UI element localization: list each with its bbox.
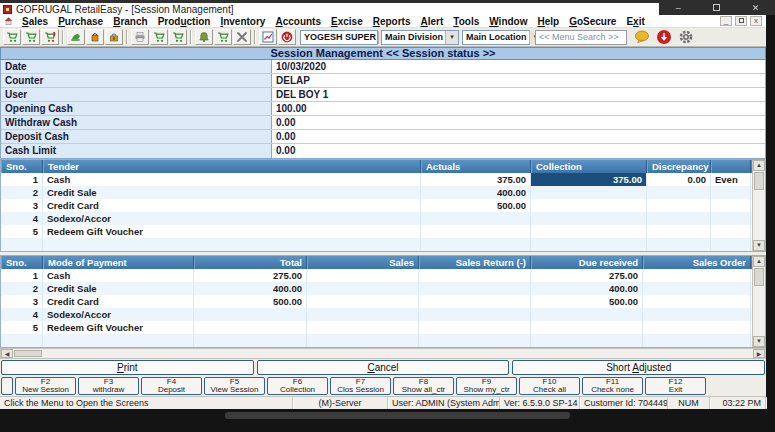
purchase-order-bag-icon[interactable] [105, 29, 123, 45]
menu-item-exit[interactable]: Exit [621, 16, 649, 27]
grid-cell[interactable] [419, 269, 531, 282]
menu-search-input[interactable] [535, 30, 627, 45]
grid-cell[interactable] [643, 295, 751, 308]
tender-grid-scrollbar[interactable]: ▲ ▼ [752, 160, 765, 251]
grid-cell[interactable]: 500.00 [194, 295, 307, 308]
grid-cell[interactable]: Sodexo/Accor [43, 212, 421, 225]
stock-bell-icon[interactable] [195, 29, 213, 45]
division-combo[interactable]: Main Division▼ [381, 30, 459, 45]
settings-gear-icon[interactable] [677, 29, 694, 46]
grid-cell[interactable] [647, 238, 711, 251]
grid-cell[interactable] [43, 238, 421, 251]
grid-cell[interactable]: 0.00 [647, 173, 711, 186]
grid-cell[interactable]: 375.00 [531, 173, 647, 186]
grid-cell[interactable] [531, 199, 647, 212]
fkey-f11-button[interactable]: F11Check none [582, 377, 643, 395]
grid-cell[interactable]: Cash [43, 173, 421, 186]
grid-cell[interactable] [307, 282, 419, 295]
field-value[interactable]: DEL BOY 1 [272, 88, 765, 101]
short-adjusted-button[interactable]: Short Adjusted [512, 360, 765, 375]
fkey-f4-button[interactable]: F4Deposit [141, 377, 202, 395]
grid-cell[interactable] [307, 308, 419, 321]
table-row[interactable]: 1Cash375.00375.000.00Even [1, 173, 765, 186]
restore-icon[interactable] [707, 2, 727, 14]
scroll-thumb[interactable] [754, 268, 764, 286]
grid-cell[interactable] [43, 334, 194, 347]
grid-cell[interactable] [421, 212, 531, 225]
grid-cell[interactable]: Even [711, 173, 751, 186]
table-row[interactable]: 4Sodexo/Accor [1, 212, 765, 225]
menu-item-production[interactable]: Production [153, 16, 216, 27]
grid-cell[interactable] [1, 334, 43, 347]
field-value[interactable]: 0.00 [272, 130, 765, 143]
table-row[interactable]: 3Credit Card500.00 [1, 199, 765, 212]
shutdown-power-icon[interactable] [278, 29, 296, 45]
grid-cell[interactable]: 2 [1, 282, 43, 295]
fkey-f5-button[interactable]: F5View Session [204, 377, 265, 395]
cancel-button[interactable]: Cancel [257, 360, 510, 375]
chat-bubble-icon[interactable] [633, 29, 650, 46]
grid-cell[interactable] [531, 186, 647, 199]
scroll-thumb[interactable] [14, 350, 42, 357]
horizontal-scrollbar[interactable]: ◀ ▶ [0, 348, 766, 359]
grid-cell[interactable] [711, 212, 751, 225]
grid-cell[interactable] [194, 321, 307, 334]
grid-cell[interactable] [711, 225, 751, 238]
sales-return-cart-icon[interactable] [150, 29, 168, 45]
grid-cell[interactable]: 500.00 [531, 295, 643, 308]
payment-grid-scrollbar[interactable]: ▲ ▼ [752, 256, 765, 347]
fkey-f12-button[interactable]: F12Exit [645, 377, 706, 395]
table-row[interactable]: 2Credit Sale400.00 [1, 186, 765, 199]
grid-cell[interactable] [647, 225, 711, 238]
grid-cell[interactable] [531, 308, 643, 321]
sales-cancel-cart-icon[interactable] [41, 29, 59, 45]
table-row[interactable]: 5Redeem Gift Voucher [1, 225, 765, 238]
scroll-down-icon[interactable]: ▼ [753, 336, 765, 347]
grid-cell[interactable] [531, 212, 647, 225]
grid-cell[interactable]: 400.00 [421, 186, 531, 199]
table-row[interactable]: 5Redeem Gift Voucher [1, 321, 765, 334]
mdi-minimize-icon[interactable]: _ [720, 16, 732, 26]
scroll-up-icon[interactable]: ▲ [753, 160, 765, 171]
menu-item-inventory[interactable]: Inventory [215, 16, 270, 27]
download-icon[interactable] [655, 29, 672, 46]
mdi-restore-icon[interactable] [735, 16, 747, 26]
close-icon[interactable]: ✕ [746, 2, 766, 14]
hand-receipt-icon[interactable] [67, 29, 85, 45]
grid-cell[interactable] [643, 308, 751, 321]
scroll-up-icon[interactable]: ▲ [753, 256, 765, 267]
grid-cell[interactable]: Credit Card [43, 295, 194, 308]
grid-cell[interactable]: Redeem Gift Voucher [43, 225, 421, 238]
grid-cell[interactable] [419, 321, 531, 334]
grid-cell[interactable] [421, 238, 531, 251]
scroll-right-icon[interactable]: ▶ [753, 349, 765, 358]
grid-cell[interactable]: 1 [1, 269, 43, 282]
grid-cell[interactable] [307, 334, 419, 347]
menu-item-tools[interactable]: Tools [448, 16, 484, 27]
print-button[interactable]: Print [1, 360, 254, 375]
print-icon[interactable] [131, 29, 149, 45]
table-row[interactable]: 3Credit Card500.00500.00 [1, 295, 765, 308]
chevron-down-icon[interactable]: ▼ [445, 31, 458, 44]
grid-cell[interactable] [711, 199, 751, 212]
scroll-left-icon[interactable]: ◀ [1, 349, 13, 358]
grid-cell[interactable]: 5 [1, 225, 43, 238]
menu-item-reports[interactable]: Reports [368, 16, 416, 27]
grid-cell[interactable]: 4 [1, 212, 43, 225]
grid-cell[interactable]: Credit Sale [43, 186, 421, 199]
grid-cell[interactable] [194, 334, 307, 347]
table-row[interactable] [1, 238, 765, 251]
location-combo[interactable]: Main Location▼ [462, 30, 530, 45]
table-row[interactable]: 2Credit Sale400.00400.00 [1, 282, 765, 295]
menu-item-alert[interactable]: Alert [416, 16, 449, 27]
field-value[interactable]: 100.00 [272, 102, 765, 115]
mdi-close-icon[interactable]: x [750, 16, 762, 26]
table-row[interactable]: 1Cash275.00275.00 [1, 269, 765, 282]
menu-item-branch[interactable]: Branch [108, 16, 152, 27]
grid-cell[interactable]: 400.00 [194, 282, 307, 295]
fkey-f3-button[interactable]: F3withdraw [78, 377, 139, 395]
grid-cell[interactable]: Redeem Gift Voucher [43, 321, 194, 334]
menu-item-purchase[interactable]: Purchase [53, 16, 108, 27]
purchase-bag-icon[interactable] [86, 29, 104, 45]
grid-cell[interactable]: 275.00 [194, 269, 307, 282]
